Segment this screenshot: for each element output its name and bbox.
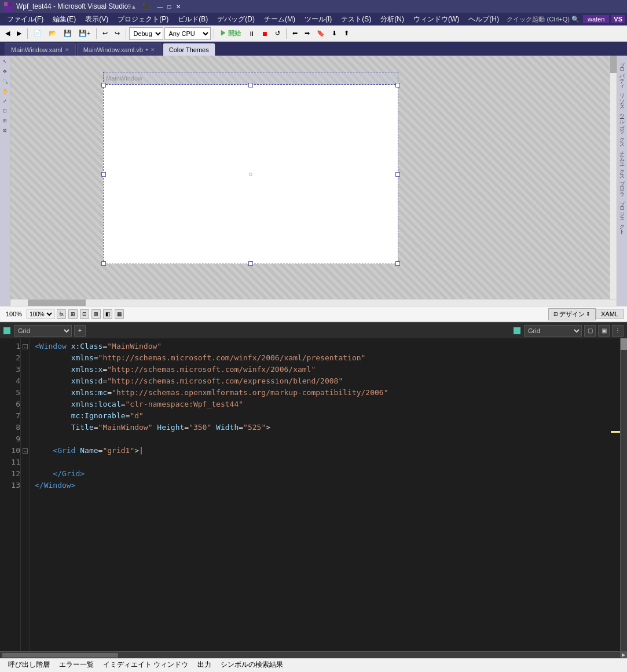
tab-color-themes[interactable]: Color Themes [163, 43, 215, 56]
bookmark-btn[interactable]: 🔖 [314, 27, 328, 40]
design-canvas[interactable]: MainWindow [10, 56, 610, 299]
menu-tools[interactable]: ツール(I) [300, 13, 336, 25]
code-v-thumb[interactable] [621, 338, 627, 350]
stop-btn[interactable]: ⏹ [259, 27, 271, 40]
artwork-btn[interactable]: ◧ [103, 309, 112, 319]
code-text-area[interactable]: <Window x:Class="MainWindow" xmlns="http… [30, 338, 611, 651]
canvas-v-scrollbar[interactable] [610, 56, 617, 299]
photo-btn[interactable]: ▦ [115, 309, 124, 319]
restore-btn[interactable]: □ [165, 2, 173, 10]
grid-btn[interactable]: ⊞ [68, 309, 78, 319]
right-sidebar-toolbox[interactable]: ツールボックス [617, 109, 627, 146]
grid-tool[interactable]: ⊞ [1, 116, 10, 125]
prev-bookmark[interactable]: ⬆ [341, 27, 352, 40]
window-controls[interactable]: 9▲ ⬛ — □ ✕ [128, 2, 182, 10]
vs-icon-btn[interactable]: VS [611, 15, 625, 23]
menu-file[interactable]: ファイル(F) [2, 13, 48, 25]
handle-bottom-center[interactable] [248, 261, 253, 266]
next-bookmark[interactable]: ⬇ [329, 27, 340, 40]
tab-output[interactable]: 出力 [193, 660, 216, 671]
save-btn[interactable]: 💾 [61, 27, 75, 40]
right-sidebar-properties[interactable]: プロパティ [617, 57, 627, 88]
tab-call-hierarchy[interactable]: 呼び出し階層 [3, 660, 54, 671]
handle-top-left[interactable] [101, 83, 106, 87]
collapse-code-btn[interactable]: ▣ [598, 325, 610, 337]
redo-btn[interactable]: ↪ [112, 27, 123, 40]
center-dot [249, 173, 252, 176]
align-right[interactable]: ➡ [302, 27, 313, 40]
restart-btn[interactable]: ↺ [272, 27, 283, 40]
fold-10[interactable]: − [21, 445, 30, 456]
tab-symbol-search[interactable]: シンボルの検索結果 [216, 660, 288, 671]
handle-top-center[interactable] [248, 83, 253, 87]
canvas-h-scrollbar[interactable] [10, 299, 617, 306]
xaml-tab-btn[interactable]: XAML [596, 309, 624, 319]
swap-icon: ⇕ [586, 311, 591, 317]
v-scrollbar-thumb[interactable] [610, 56, 617, 73]
code-h-scrollbar[interactable]: ▶ [0, 651, 627, 658]
snap-btn[interactable]: ⊡ [80, 309, 89, 319]
code-v-scrollbar[interactable] [620, 338, 627, 651]
snap-tool[interactable]: ⊡ [1, 106, 10, 115]
design-tab-btn[interactable]: ⊡ デザイン ⇕ [548, 308, 596, 320]
add-code-btn[interactable]: + [74, 325, 86, 337]
zoom-tool[interactable]: 🔍 [1, 76, 10, 86]
scope-select-left[interactable]: Grid [14, 325, 72, 337]
handle-top-right[interactable] [395, 83, 400, 87]
code-h-thumb[interactable] [2, 653, 118, 658]
move-tool[interactable]: ✥ [1, 67, 10, 76]
align-left[interactable]: ⬅ [289, 27, 300, 40]
close-btn[interactable]: ✕ [174, 2, 182, 10]
margin-tool[interactable]: ⊠ [1, 126, 10, 135]
scroll-right-btn[interactable]: ▶ [620, 652, 627, 659]
menu-team[interactable]: チーム(M) [259, 13, 300, 25]
pointer-tool[interactable]: ↖ [1, 57, 10, 66]
tab-immediate-window[interactable]: イミディエイト ウィンドウ [98, 660, 193, 671]
menu-test[interactable]: テスト(S) [336, 13, 376, 25]
menu-help[interactable]: ヘルプ(H) [464, 13, 504, 25]
menu-project[interactable]: プロジェクト(P) [113, 13, 173, 25]
menu-window[interactable]: ウィンドウ(W) [409, 13, 464, 25]
open-btn[interactable]: 📂 [46, 27, 60, 40]
cpu-target-select[interactable]: Any CPU [164, 27, 211, 40]
handle-bottom-right[interactable] [395, 261, 400, 266]
minimize-btn[interactable]: — [156, 2, 164, 10]
menu-build[interactable]: ビルド(B) [173, 13, 212, 25]
zoom-select[interactable]: 100% [27, 309, 54, 319]
quick-launch[interactable]: クイック起動 (Ctrl+Q) 🔍 [507, 15, 583, 24]
pan-tool[interactable]: ✋ [1, 86, 10, 96]
tab-order-tool[interactable]: ⤢ [1, 96, 10, 105]
close-tab-vb-icon[interactable]: ✕ [151, 47, 155, 53]
expand-code-btn[interactable]: ▢ [584, 325, 596, 337]
options-code-btn[interactable]: ⋮ [612, 325, 624, 337]
handle-left-center[interactable] [101, 172, 106, 177]
pause-btn[interactable]: ⏸ [245, 27, 258, 40]
layout-btn[interactable]: ⊠ [91, 309, 101, 319]
debug-mode-select[interactable]: Debug [129, 27, 163, 40]
handle-bottom-left[interactable] [101, 261, 106, 266]
zoom-reset-btn[interactable]: fx [57, 309, 66, 319]
undo-btn[interactable]: ↩ [100, 27, 111, 40]
scope-select-right[interactable]: Grid [524, 325, 582, 337]
menu-analyze[interactable]: 分析(N) [376, 13, 409, 25]
right-sidebar-resources[interactable]: リソース [617, 89, 627, 108]
h-scrollbar-thumb[interactable] [28, 300, 86, 306]
tab-error-list[interactable]: エラー一覧 [54, 660, 98, 671]
close-tab-icon[interactable]: ✕ [65, 47, 69, 53]
right-sidebar-team[interactable]: チームエクスプローラ [617, 147, 627, 195]
menu-edit[interactable]: 編集(E) [48, 13, 80, 25]
right-sidebar-project[interactable]: プロジェクト [617, 196, 627, 233]
tab-mainwindow-vb[interactable]: MainWindow.xaml.vb ● ✕ [77, 43, 162, 56]
new-btn[interactable]: 📄 [31, 27, 45, 40]
tab-mainwindow-xaml[interactable]: MainWindow.xaml ✕ [5, 43, 76, 56]
user-account[interactable]: waten [583, 15, 609, 23]
window-preview-frame[interactable] [103, 85, 398, 264]
menu-view[interactable]: 表示(V) [80, 13, 113, 25]
save-all-btn[interactable]: 💾+ [76, 27, 93, 40]
fold-1[interactable]: − [21, 341, 30, 352]
forward-btn[interactable]: ▶ [14, 27, 24, 40]
menu-debug[interactable]: デバッグ(D) [212, 13, 259, 25]
handle-right-center[interactable] [395, 172, 400, 177]
start-btn[interactable]: ▶ 開始 [217, 27, 244, 40]
back-btn[interactable]: ◀ [2, 27, 13, 40]
